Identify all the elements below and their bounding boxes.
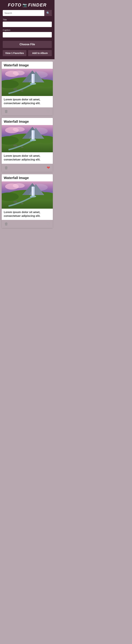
caption-input[interactable]	[3, 32, 52, 38]
favorite-icon[interactable]: ♡	[46, 222, 50, 226]
title-label: Title	[3, 18, 52, 21]
card-2-image	[2, 125, 53, 152]
view-favorites-button[interactable]: View 1 Favorites	[3, 50, 26, 56]
card-3-title: Waterfall Image	[2, 174, 53, 182]
header: FOTO 📷 FINDER 🔍 Title Caption Choose Fil…	[0, 0, 54, 59]
card-1-title: Waterfall Image	[2, 62, 53, 69]
svg-point-28	[13, 144, 17, 146]
title-input[interactable]	[3, 22, 52, 27]
add-to-album-button[interactable]: Add to Album	[28, 50, 52, 56]
logo-text-right: FINDER	[28, 2, 47, 8]
svg-point-44	[21, 203, 24, 204]
delete-icon[interactable]: 🗑	[4, 222, 8, 226]
card-3-image	[2, 182, 53, 209]
svg-rect-41	[32, 186, 33, 196]
svg-point-43	[13, 201, 17, 203]
logo: FOTO 📷 FINDER	[3, 2, 52, 8]
card-2-title: Waterfall Image	[2, 118, 53, 125]
favorite-icon[interactable]: ♡	[46, 109, 50, 114]
logo-text-left: FOTO	[8, 2, 22, 8]
svg-point-14	[21, 90, 24, 92]
search-button[interactable]: 🔍	[44, 10, 52, 16]
search-icon: 🔍	[46, 12, 50, 14]
svg-point-29	[21, 146, 24, 148]
svg-rect-11	[32, 74, 33, 83]
caption-group: Caption	[3, 29, 52, 38]
delete-icon[interactable]: 🗑	[4, 109, 8, 114]
caption-label: Caption	[3, 29, 52, 31]
card-3-description: Lorem ipsum dolor sit amet, consectetuer…	[2, 209, 53, 220]
action-row: View 1 Favorites Add to Album	[3, 50, 52, 56]
card-1-footer: 🗑 ♡	[2, 108, 53, 116]
svg-point-2	[13, 71, 25, 76]
delete-icon[interactable]: 🗑	[4, 166, 8, 170]
card-1-description: Lorem ipsum dolor sit amet, consectetuer…	[2, 96, 53, 108]
favorite-icon[interactable]: ❤	[47, 166, 50, 170]
search-input[interactable]	[3, 10, 44, 16]
search-bar: 🔍	[3, 10, 52, 16]
card-3: Waterfall Image	[2, 174, 53, 228]
svg-point-13	[13, 88, 17, 90]
card-1: Waterfall Image	[2, 62, 53, 116]
svg-point-17	[13, 127, 25, 132]
choose-file-button[interactable]: Choose File	[3, 41, 52, 48]
card-2-footer: 🗑 ❤	[2, 164, 53, 172]
title-group: Title	[3, 18, 52, 27]
card-2-description: Lorem ipsum dolor sit amet, consectetuer…	[2, 152, 53, 164]
card-2: Waterfall Image	[2, 118, 53, 172]
svg-rect-26	[32, 130, 33, 140]
svg-point-32	[13, 183, 25, 188]
card-1-image	[2, 69, 53, 96]
cards-container: Waterfall Image	[0, 59, 54, 230]
camera-icon: 📷	[22, 3, 27, 7]
card-3-footer: 🗑 ♡	[2, 220, 53, 228]
